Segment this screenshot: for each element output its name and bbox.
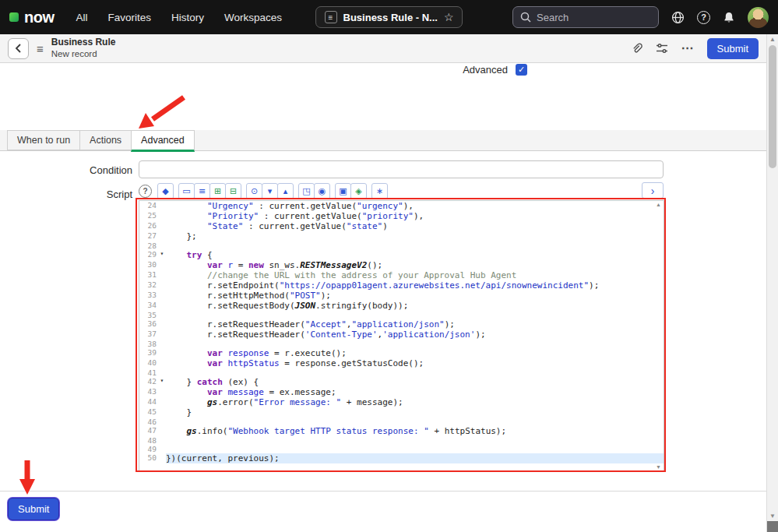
notifications-bell-icon[interactable] [723, 11, 735, 24]
help-icon[interactable]: ? [697, 11, 710, 24]
toolbar-group: ◆ [157, 183, 173, 199]
scrollbar-thumb[interactable] [769, 45, 776, 168]
editor-preferences-icon[interactable]: ∗ [371, 183, 388, 199]
code-line: 45 } [139, 407, 664, 417]
code-line: 39 var response = r.execute(); [139, 348, 664, 358]
nav-item-all[interactable]: All [76, 12, 88, 23]
attachment-paperclip-icon[interactable] [631, 42, 642, 55]
top-nav: now AllFavoritesHistoryWorkspaces ≡ Busi… [0, 0, 778, 34]
code-line: 38 [139, 340, 664, 348]
code-line: 27 }; [139, 231, 664, 241]
search-icon [520, 12, 531, 23]
user-avatar[interactable] [748, 7, 769, 28]
nav-item-favorites[interactable]: Favorites [108, 12, 152, 23]
editor-toolbar: ? ◆▭≡⊞⊟⊙▾▴◳◉▣◈∗ › [139, 181, 664, 200]
editor-scroll-up-icon[interactable]: ▲ [656, 202, 661, 207]
toolbar-group: ⊙▾▴ [246, 183, 293, 199]
code-line: 43 var message = ex.message; [139, 387, 664, 397]
advanced-checkbox-label: Advanced [463, 64, 508, 76]
servicenow-app-window: Advanced ✓ When to runActionsAdvanced Co… [0, 0, 778, 532]
code-line: 46 [139, 417, 664, 426]
code-line: 35 [139, 311, 664, 319]
code-line: 26 "State" : current.getValue("state") [139, 221, 664, 231]
open-window-icon[interactable]: ◳ [298, 183, 315, 199]
toolbar-group: ▣◈ [335, 183, 366, 199]
script-label: Script [0, 188, 132, 200]
find-previous-icon[interactable]: ▴ [277, 183, 294, 199]
code-line: 47 gs.info("Webhook target HTTP status r… [139, 426, 664, 436]
scrollbar-up-icon[interactable]: ▲ [767, 36, 778, 43]
search-box[interactable] [512, 6, 659, 28]
more-options-icon[interactable]: ⋯ [681, 42, 694, 55]
form-tabs: When to runActionsAdvanced [0, 130, 766, 151]
header-submit-button[interactable]: Submit [707, 38, 759, 59]
record-pill[interactable]: ≡ Business Rule - N... ☆ [315, 6, 463, 28]
advanced-checkbox[interactable]: ✓ [516, 64, 527, 76]
script-editor[interactable]: 24 "Urgency" : current.getValue("urgency… [139, 200, 664, 471]
code-line: 25 "Priority" : current.getValue("priori… [139, 211, 664, 221]
globe-icon[interactable] [671, 11, 685, 24]
code-line: 36 r.setRequestHeader("Accept","applicat… [139, 319, 664, 329]
favorite-star-icon[interactable]: ☆ [444, 11, 454, 23]
logo-icon [9, 12, 19, 22]
code-line: 33 r.setHttpMethod("POST"); [139, 291, 664, 301]
code-line: 40 var httpStatus = response.getStatusCo… [139, 358, 664, 368]
toolbar-group: ▭≡⊞⊟ [178, 183, 241, 199]
page-scrollbar[interactable]: ▲ ▼ [766, 34, 778, 532]
code-line: 48 [139, 436, 664, 445]
record-pill-label: Business Rule - N... [343, 12, 438, 23]
toolbar-next-button[interactable]: › [642, 182, 664, 199]
record-name: New record [51, 48, 116, 60]
editor-scroll-down-icon[interactable]: ▼ [656, 464, 661, 470]
tab-when-to-run[interactable]: When to run [7, 130, 80, 150]
code-line: 32 r.setEndpoint("https://opapp01agent.a… [139, 280, 664, 291]
header-actions: ⋯ Submit [631, 38, 759, 59]
script-help-icon[interactable]: ? [139, 185, 152, 198]
code-line: 42▾ } catch (ex) { [139, 377, 664, 387]
record-header-bar: ≡ Business Rule New record ⋯ Submit [0, 34, 766, 63]
replace-template-icon[interactable]: ⊟ [225, 183, 241, 199]
find-next-icon[interactable]: ▾ [262, 183, 278, 199]
toolbar-groups: ◆▭≡⊞⊟⊙▾▴◳◉▣◈∗ [157, 183, 387, 199]
back-button[interactable] [8, 38, 29, 59]
nav-item-workspaces[interactable]: Workspaces [224, 12, 282, 23]
code-line: 31 //change the URL with the address of … [139, 270, 664, 280]
format-code-icon[interactable]: ≡ [194, 183, 210, 199]
code-line: 49 [139, 445, 664, 453]
context-menu-icon[interactable]: ≡ [37, 42, 44, 55]
condition-label: Condition [0, 164, 132, 176]
code-line: 34 r.setRequestBody(JSON.stringify(body)… [139, 301, 664, 311]
code-line: 50})(current, previous); [139, 453, 664, 463]
scrollbar-down-icon[interactable]: ▼ [767, 513, 778, 520]
api-reference-icon[interactable]: ◉ [314, 183, 330, 199]
primary-nav: AllFavoritesHistoryWorkspaces [76, 12, 303, 23]
advanced-checkbox-row: Advanced ✓ [0, 63, 527, 76]
code-line: 29▾ try { [139, 250, 664, 260]
script-tree-icon[interactable]: ◈ [350, 183, 367, 199]
search-input[interactable] [537, 12, 651, 23]
code-line: 41 [139, 368, 664, 377]
code-line: 44 gs.error("Error message: " + message)… [139, 397, 664, 407]
code-line: 28 [139, 241, 664, 250]
comment-icon[interactable]: ▭ [178, 183, 195, 199]
save-icon[interactable]: ▣ [335, 183, 351, 199]
code-lines: 24 "Urgency" : current.getValue("urgency… [139, 201, 664, 463]
personalize-form-icon[interactable] [656, 43, 668, 54]
code-line: 30 var r = new sn_ws.RESTMessageV2(); [139, 260, 664, 270]
toolbar-group: ∗ [371, 183, 387, 199]
tab-actions[interactable]: Actions [79, 130, 132, 150]
record-type: Business Rule [51, 37, 116, 49]
submit-button[interactable]: Submit [8, 498, 59, 520]
logo-text: now [24, 9, 55, 26]
top-nav-right: ? [512, 6, 769, 28]
code-line: 37 r.setRequestHeader('Content-Type','ap… [139, 329, 664, 340]
servicenow-logo[interactable]: now [9, 9, 55, 26]
toolbar-group: ◳◉ [298, 183, 329, 199]
nav-item-history[interactable]: History [171, 12, 204, 23]
condition-input[interactable] [139, 160, 664, 178]
tab-advanced[interactable]: Advanced [131, 130, 195, 152]
script-syntax-icon[interactable]: ◆ [157, 183, 174, 199]
form-footer-divider [0, 491, 766, 491]
insert-template-icon[interactable]: ⊞ [209, 183, 226, 199]
search-icon[interactable]: ⊙ [246, 183, 262, 199]
